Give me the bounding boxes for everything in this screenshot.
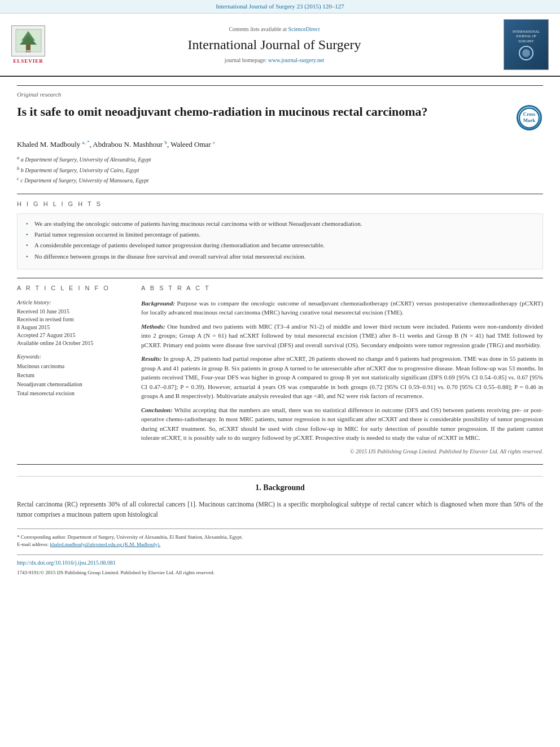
background-text: Purpose was to compare the oncologic out… (141, 300, 543, 316)
background-title: 1. Background (17, 482, 543, 493)
abstract-conclusion: Conclusion: Whilst accepting that the nu… (141, 405, 543, 443)
methods-text: One hundred and two patients with MRC (T… (141, 323, 543, 348)
accepted-date: Accepted 27 August 2015 (17, 331, 130, 339)
highlights-section: H I G H L I G H T S We are studying the … (17, 200, 543, 269)
doi-link[interactable]: http://dx.doi.org/10.1016/j.ijsu.2015.08… (17, 560, 116, 566)
history-label: Article history: (17, 299, 130, 307)
doi-section: http://dx.doi.org/10.1016/j.ijsu.2015.08… (17, 554, 543, 576)
keyword-2: Rectum (17, 371, 130, 380)
two-column-section: A R T I C L E I N F O Article history: R… (17, 284, 543, 455)
highlights-label: H I G H L I G H T S (17, 200, 543, 208)
abstract-label: A B S T R A C T (141, 284, 543, 292)
affiliation-b: b b Department of Surgery, University of… (17, 165, 543, 175)
highlight-item-4: No difference between groups in the dise… (26, 252, 534, 261)
results-text: In group A, 29 patients had partial resp… (141, 355, 543, 399)
journal-cover-image: INTERNATIONALJOURNAL OFSURGERY (504, 19, 549, 70)
author-3: Waleed Omar c (170, 140, 215, 148)
affiliation-c: c c Department of Surgery, University of… (17, 175, 543, 185)
article-info-column: A R T I C L E I N F O Article history: R… (17, 284, 130, 455)
author-2: Abdrabou N. Mashhour b (93, 140, 167, 148)
journal-title-section: Contents lists available at ScienceDirec… (45, 25, 504, 65)
main-content: Original research Is it safe to omit neo… (0, 77, 560, 584)
highlight-item-2: Partial tumor regression occurred in lim… (26, 230, 534, 239)
background-paragraph: Rectal carcinoma (RC) represents 30% of … (17, 500, 543, 520)
conclusion-label: Conclusion: (141, 407, 173, 413)
keyword-4: Total mesorectal excision (17, 389, 130, 398)
email-link[interactable]: khaled.madbouly@alexmed.edu.eg (K.M. Mad… (50, 541, 160, 547)
highlights-box: We are studying the oncologic outcome of… (17, 213, 543, 270)
divider-2 (17, 278, 543, 278)
affiliations: a a Department of Surgery, University of… (17, 154, 543, 185)
methods-label: Methods: (141, 323, 165, 330)
issn-text: 1743-9191/© 2015 IJS Publishing Group Li… (17, 569, 543, 576)
elsevier-logo: tree ELSEVIER (11, 25, 45, 65)
crossmark-logo[interactable]: Cross Mark (515, 104, 543, 132)
contents-line: Contents lists available at ScienceDirec… (56, 25, 492, 33)
abstract-methods: Methods: One hundred and two patients wi… (141, 322, 543, 350)
journal-citation: International Journal of Surgery 23 (201… (216, 3, 344, 10)
copyright-line: © 2015 IJS Publishing Group Limited. Pub… (141, 447, 543, 456)
divider-3 (17, 464, 543, 465)
abstract-background: Background: Purpose was to compare the o… (141, 299, 543, 317)
footnote-email: E-mail address: khaled.madbouly@alexmed.… (17, 541, 543, 549)
keywords-section: Keywords: Mucinous carcinoma Rectum Neoa… (17, 353, 130, 398)
svg-text:Mark: Mark (523, 117, 535, 123)
received-date: Received 10 June 2015 (17, 308, 130, 316)
elsevier-tree-icon: tree (11, 25, 45, 56)
svg-text:Cross: Cross (523, 111, 535, 117)
article-title: Is it safe to omit neoadjuvant chemo-rad… (17, 104, 506, 120)
homepage-url[interactable]: www.journal-surgery.net (268, 57, 324, 63)
article-info-label: A R T I C L E I N F O (17, 284, 130, 292)
results-label: Results: (141, 355, 162, 362)
background-label: Background: (141, 300, 175, 307)
online-date: Available online 24 October 2015 (17, 339, 130, 347)
top-citation-bar: International Journal of Surgery 23 (201… (0, 0, 560, 14)
abstract-text: Background: Purpose was to compare the o… (141, 299, 543, 456)
sciencedirect-link[interactable]: ScienceDirect (288, 26, 320, 32)
affiliation-a: a a Department of Surgery, University of… (17, 154, 543, 164)
journal-main-title: International Journal of Surgery (56, 36, 492, 55)
background-section: 1. Background Rectal carcinoma (RC) repr… (17, 476, 543, 520)
abstract-column: A B S T R A C T Background: Purpose was … (141, 284, 543, 455)
svg-point-6 (522, 49, 530, 57)
article-type-label: Original research (17, 85, 543, 99)
abstract-results: Results: In group A, 29 patients had par… (141, 354, 543, 401)
cover-text: INTERNATIONALJOURNAL OFSURGERY (511, 28, 541, 45)
crossmark-icon: Cross Mark (518, 107, 540, 129)
revised-date: Received in revised form8 August 2015 (17, 316, 130, 331)
journal-homepage: journal homepage: www.journal-surgery.ne… (56, 56, 492, 64)
highlight-item-3: A considerable percentage of patients de… (26, 241, 534, 250)
footnote-corresponding: * Corresponding author. Department of Su… (17, 534, 543, 541)
article-title-row: Is it safe to omit neoadjuvant chemo-rad… (17, 104, 543, 132)
cover-graphic (512, 45, 540, 62)
crossmark-badge: Cross Mark (517, 105, 542, 130)
journal-header: tree ELSEVIER Contents lists available a… (0, 14, 560, 77)
elsevier-tree-svg: tree (13, 27, 44, 55)
divider-1 (17, 194, 543, 194)
authors-line: Khaled M. Madbouly a, *, Abdrabou N. Mas… (17, 139, 543, 150)
keyword-1: Mucinous carcinoma (17, 362, 130, 371)
svg-text:tree: tree (25, 50, 30, 53)
conclusion-text: Whilst accepting that the numbers are sm… (141, 407, 543, 442)
article-history-group: Article history: Received 10 June 2015 R… (17, 299, 130, 347)
keywords-label: Keywords: (17, 353, 130, 361)
keyword-3: Neoadjuvant chemoradiation (17, 380, 130, 389)
highlight-item-1: We are studying the oncologic outcome of… (26, 220, 534, 228)
footnote-section: * Corresponding author. Department of Su… (17, 528, 543, 549)
author-1: Khaled M. Madbouly a, * (17, 140, 90, 148)
elsevier-wordmark: ELSEVIER (13, 58, 43, 65)
